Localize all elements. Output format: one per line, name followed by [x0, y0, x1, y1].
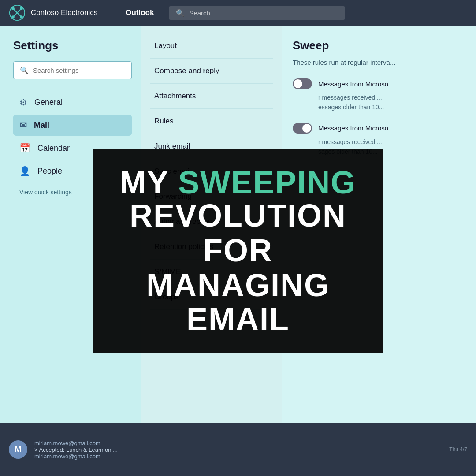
sweep-rule-1: Messages from Microso... r messages rece…	[293, 78, 465, 112]
sidebar-label-people: People	[37, 167, 62, 176]
overlay-line3: FOR MANAGING	[115, 233, 361, 303]
brand-icon	[9, 4, 26, 21]
email-from2: miriam.mowe@gmail.com	[34, 453, 442, 460]
gear-icon: ⚙	[19, 97, 27, 108]
sidebar-label-calendar: Calendar	[37, 144, 70, 153]
search-settings-icon: 🔍	[20, 66, 29, 74]
svg-point-5	[11, 15, 15, 19]
sweep-title: Sweep	[293, 39, 465, 52]
svg-point-4	[20, 7, 23, 10]
search-icon: 🔍	[176, 9, 185, 17]
sidebar-label-general: General	[34, 98, 63, 107]
menu-item-compose[interactable]: Compose and reply	[150, 59, 273, 84]
main-area: Settings 🔍 ⚙ General ✉ Mail 📅 Calendar 👤…	[0, 26, 476, 476]
menu-item-attachments[interactable]: Attachments	[150, 84, 273, 109]
sweep-toggle-1[interactable]	[293, 78, 312, 89]
overlay-banner: MY SWEEPING REVOLUTION FOR MANAGING EMAI…	[93, 149, 383, 353]
calendar-icon: 📅	[19, 143, 30, 153]
sweep-toggle-2[interactable]	[293, 123, 312, 134]
brand-name: Contoso Electronics	[31, 8, 97, 17]
svg-point-3	[11, 7, 15, 10]
people-icon: 👤	[19, 166, 30, 176]
toggle-knob-2	[302, 124, 311, 133]
email-from: miriam.mowe@gmail.com	[34, 440, 442, 446]
sidebar-item-mail[interactable]: ✉ Mail	[13, 115, 132, 136]
overlay-line4: EMAIL	[115, 303, 361, 335]
overlay-line1: MY SWEEPING	[115, 167, 361, 198]
toggle-knob-1	[294, 79, 302, 88]
email-date: Thu 4/7	[449, 446, 467, 453]
top-search-label: Search	[189, 9, 210, 17]
sweep-description: These rules run at regular interva...	[293, 59, 465, 66]
settings-title: Settings	[13, 39, 132, 52]
search-settings-container[interactable]: 🔍	[13, 61, 132, 79]
sidebar-label-mail: Mail	[34, 121, 49, 130]
overlay-line2: REVOLUTION	[115, 198, 361, 233]
brand-logo: Contoso Electronics	[9, 4, 97, 21]
sweep-rule-1-detail: r messages received ... essages older th…	[293, 93, 465, 112]
email-content: miriam.mowe@gmail.com > Accepted: Lunch …	[34, 440, 442, 460]
email-avatar: M	[9, 440, 27, 459]
top-search-bar[interactable]: 🔍 Search	[169, 6, 345, 20]
sweep-rule-2-label: Messages from Microso...	[318, 124, 394, 132]
search-settings-input[interactable]	[33, 67, 125, 74]
email-subject: > Accepted: Lunch & Learn on ...	[34, 446, 442, 453]
email-list-bar: M miriam.mowe@gmail.com > Accepted: Lunc…	[0, 423, 476, 476]
menu-item-rules[interactable]: Rules	[150, 109, 273, 134]
svg-point-6	[20, 15, 23, 19]
menu-item-layout[interactable]: Layout	[150, 39, 273, 59]
topbar: Contoso Electronics Outlook 🔍 Search	[0, 0, 476, 26]
sweep-rule-1-label: Messages from Microso...	[318, 80, 394, 88]
sidebar-item-general[interactable]: ⚙ General	[13, 92, 132, 113]
overlay-my-text: MY	[120, 165, 178, 200]
nav-outlook-button[interactable]: Outlook	[119, 6, 160, 20]
mail-icon: ✉	[19, 120, 27, 130]
overlay-sweeping-text: SWEEPING	[178, 165, 356, 200]
